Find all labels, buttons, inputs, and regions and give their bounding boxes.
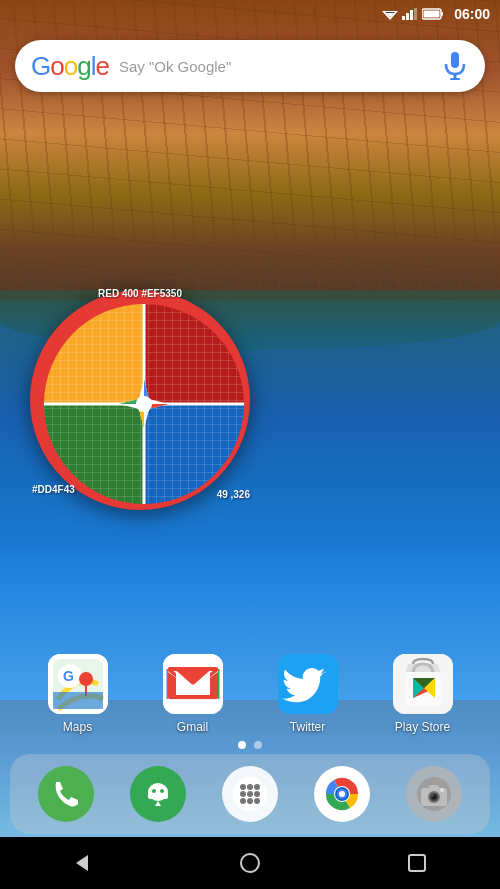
svg-point-66 <box>339 791 345 797</box>
svg-marker-17 <box>119 399 139 404</box>
gmail-app-icon <box>163 654 223 714</box>
signal-icon <box>402 8 418 20</box>
svg-point-53 <box>247 784 253 790</box>
svg-point-74 <box>440 788 444 792</box>
svg-rect-12 <box>450 78 460 80</box>
dock-chrome[interactable] <box>314 766 370 822</box>
back-button[interactable] <box>63 843 103 883</box>
svg-point-59 <box>247 798 253 804</box>
svg-rect-25 <box>53 692 103 709</box>
svg-point-73 <box>432 795 434 797</box>
twitter-label: Twitter <box>290 720 325 734</box>
svg-rect-4 <box>406 13 409 20</box>
svg-rect-8 <box>441 12 443 16</box>
svg-rect-3 <box>402 16 405 20</box>
svg-point-76 <box>241 854 259 872</box>
svg-text:G: G <box>63 668 74 684</box>
svg-marker-15 <box>149 404 169 409</box>
svg-rect-10 <box>451 52 459 68</box>
svg-rect-48 <box>163 792 168 799</box>
color-label-top: RED 400 #EF5350 <box>98 288 182 299</box>
recent-button[interactable] <box>397 843 437 883</box>
svg-rect-11 <box>454 74 457 78</box>
gmail-label: Gmail <box>177 720 208 734</box>
svg-point-55 <box>240 791 246 797</box>
google-logo: Google <box>31 51 109 82</box>
svg-rect-69 <box>429 785 439 790</box>
indicator-1 <box>238 741 246 749</box>
app-item-playstore[interactable]: Play Store <box>383 654 463 734</box>
page-indicators <box>0 741 500 749</box>
svg-point-56 <box>247 791 253 797</box>
svg-rect-32 <box>168 667 218 671</box>
svg-point-57 <box>254 791 260 797</box>
svg-point-49 <box>152 789 156 793</box>
svg-rect-33 <box>168 695 218 699</box>
maps-app-icon: G <box>48 654 108 714</box>
svg-marker-75 <box>76 855 88 871</box>
dock <box>10 754 490 834</box>
app-grid: G Maps <box>0 654 500 734</box>
svg-rect-77 <box>409 855 425 871</box>
color-label-bottom-left: #DD4F43 <box>32 484 75 495</box>
svg-rect-9 <box>424 11 440 18</box>
nav-bar <box>0 837 500 889</box>
app-item-twitter[interactable]: Twitter <box>268 654 348 734</box>
playstore-app-icon <box>393 654 453 714</box>
color-label-bottom-right: 49 ,326 <box>217 489 250 500</box>
search-bar[interactable]: Google Say "Ok Google" <box>15 40 485 92</box>
search-placeholder: Say "Ok Google" <box>119 58 441 75</box>
dock-hangouts[interactable] <box>130 766 186 822</box>
svg-point-60 <box>254 798 260 804</box>
dock-camera[interactable] <box>406 766 462 822</box>
color-wheel <box>30 290 250 510</box>
wifi-icon <box>382 8 398 20</box>
svg-rect-5 <box>410 10 413 20</box>
app-item-gmail[interactable]: Gmail <box>153 654 233 734</box>
playstore-label: Play Store <box>395 720 450 734</box>
svg-point-50 <box>160 789 164 793</box>
indicator-2 <box>254 741 262 749</box>
twitter-app-icon <box>278 654 338 714</box>
dock-drawer[interactable] <box>222 766 278 822</box>
svg-point-24 <box>79 672 93 686</box>
color-wheel-container[interactable]: RED 400 #EF5350 #DD4F43 49 ,326 <box>30 290 250 510</box>
status-bar: 06:00 <box>0 0 500 28</box>
battery-icon <box>422 8 444 20</box>
google-center-logo <box>114 374 174 434</box>
svg-marker-14 <box>144 379 149 399</box>
home-button[interactable] <box>230 843 270 883</box>
svg-point-58 <box>240 798 246 804</box>
maps-label: Maps <box>63 720 92 734</box>
app-item-maps[interactable]: G Maps <box>38 654 118 734</box>
svg-point-52 <box>240 784 246 790</box>
svg-rect-47 <box>148 792 153 799</box>
microphone-icon[interactable] <box>441 52 469 80</box>
dock-phone[interactable] <box>38 766 94 822</box>
svg-marker-16 <box>139 409 144 429</box>
svg-point-54 <box>254 784 260 790</box>
status-time: 06:00 <box>454 6 490 22</box>
svg-rect-6 <box>414 8 417 20</box>
